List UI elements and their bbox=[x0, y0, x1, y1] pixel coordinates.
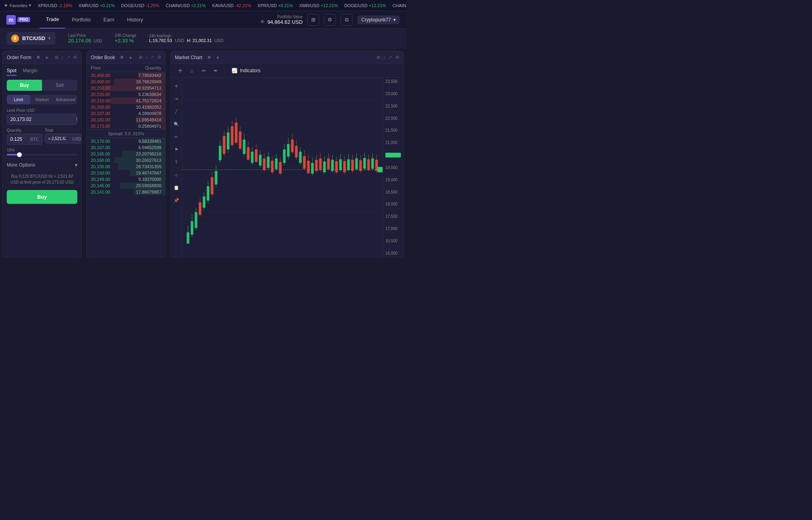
nav-earn[interactable]: Earn bbox=[97, 11, 121, 29]
flag-icon[interactable]: ⚑ bbox=[171, 144, 182, 155]
chevron-down-icon: ▾ bbox=[48, 36, 51, 41]
notes-icon[interactable]: 📋 bbox=[171, 182, 182, 193]
chart-settings-icon[interactable]: ⚙ bbox=[395, 55, 399, 60]
ask-row[interactable]: 20,450.007.78583442 bbox=[87, 72, 165, 79]
move-icon[interactable]: ⇥ bbox=[171, 94, 182, 104]
nav-portfolio[interactable]: Portfolio bbox=[65, 11, 97, 29]
crosshair-icon[interactable]: ✛ bbox=[171, 81, 182, 91]
ticker-item-3[interactable]: CHAIN/USD +2.21% bbox=[166, 3, 206, 8]
ticker-item-7[interactable]: DOGE/USD +12.21% bbox=[344, 3, 386, 8]
buy-tab[interactable]: Buy bbox=[7, 80, 42, 91]
svg-rect-28 bbox=[207, 186, 209, 200]
slider-thumb[interactable] bbox=[17, 152, 22, 157]
slider-row: 18% bbox=[7, 148, 77, 155]
grid-icon-btn[interactable]: ⊞ bbox=[307, 14, 319, 26]
chart-content: ✛ ⇥ ╱ 🔍 ✏ ⚑ T ⊹ 📋 📌 bbox=[171, 78, 403, 257]
nav-bar: m PRO Trade Portfolio Earn History Portf… bbox=[0, 11, 406, 29]
settings-icon-btn[interactable]: ⚙ bbox=[324, 14, 336, 26]
order-book-header: Order Book ✕ + ⊞ ↕ ⤢ ⚙ bbox=[87, 51, 165, 64]
pencil-tool-btn[interactable]: ✒ bbox=[211, 65, 221, 76]
more-options-toggle[interactable]: More Options ▾ bbox=[7, 159, 77, 171]
ask-row[interactable]: 20,200.0010.41982052 bbox=[87, 104, 165, 110]
panel-maximize-icon[interactable]: ⤢ bbox=[67, 55, 70, 60]
low-high-stat: 24h low/high L:19,782.53 USD H: 21,002.3… bbox=[149, 34, 224, 43]
bid-row[interactable]: 20,165.0023.20798216 bbox=[87, 151, 165, 157]
limit-price-input[interactable] bbox=[7, 114, 73, 125]
bid-row[interactable]: 20,160.0030.26027613 bbox=[87, 157, 165, 163]
advanced-tab[interactable]: Advanced bbox=[54, 95, 77, 104]
ob-header: Price Quantity bbox=[87, 64, 165, 72]
cursor-tool-btn[interactable]: ✛ bbox=[175, 65, 185, 76]
pair-selector[interactable]: ₿ BTC/USD ▾ bbox=[6, 32, 56, 45]
user-profile-btn[interactable]: Cryptopunk77 ▾ bbox=[357, 15, 400, 24]
chart-maximize-icon[interactable]: ⤢ bbox=[389, 55, 392, 60]
qty-input[interactable] bbox=[7, 134, 27, 144]
ob-maximize-icon[interactable]: ⤢ bbox=[151, 55, 154, 60]
sell-tab[interactable]: Sell bbox=[42, 80, 77, 91]
spot-tab[interactable]: Spot bbox=[7, 68, 17, 76]
pin-icon[interactable]: 📌 bbox=[171, 195, 182, 205]
indicators-btn[interactable]: 📈 Indicators bbox=[228, 66, 264, 75]
ask-row[interactable]: 20,400.0039.76629949 bbox=[87, 79, 165, 85]
bid-row[interactable]: 20,145.0029.59558830 bbox=[87, 182, 165, 189]
chart-close-btn[interactable]: ✕ bbox=[207, 54, 211, 60]
svg-rect-54 bbox=[259, 155, 262, 165]
svg-rect-82 bbox=[315, 160, 318, 171]
svg-rect-30 bbox=[211, 177, 214, 194]
ticker-item-6[interactable]: XMR/USD +12.21% bbox=[299, 3, 338, 8]
add-panel-btn[interactable]: + bbox=[45, 54, 48, 61]
ask-row[interactable]: 20,187.004.28909978 bbox=[87, 110, 165, 117]
nav-trade[interactable]: Trade bbox=[40, 11, 65, 29]
chart-icon-2: ↕ bbox=[383, 55, 386, 60]
draw-line-icon[interactable]: ╱ bbox=[171, 106, 182, 117]
bid-row[interactable]: 20,150.0019.46747847 bbox=[87, 170, 165, 176]
user-name: Cryptopunk77 bbox=[361, 17, 391, 23]
pen-tool-btn[interactable]: ✏ bbox=[199, 65, 209, 76]
ticker-item-1[interactable]: XMR/USD +0.21% bbox=[79, 3, 115, 8]
ask-row[interactable]: 20,181.0011.69549418 bbox=[87, 117, 165, 123]
order-book-close-btn[interactable]: ✕ bbox=[120, 54, 124, 60]
bid-row[interactable]: 20,167.006.59652599 bbox=[87, 144, 165, 151]
bid-row[interactable]: 20,149.009.18370000 bbox=[87, 176, 165, 182]
chevron-down-icon: ▾ bbox=[393, 17, 396, 23]
ticker-item-4[interactable]: KAVA/USD -42.21% bbox=[212, 3, 251, 8]
add-ob-btn[interactable]: + bbox=[129, 54, 132, 61]
bid-row[interactable]: 20,141.0017.86079887 bbox=[87, 189, 165, 195]
limit-tab[interactable]: Limit bbox=[7, 95, 30, 104]
sliders-icon-btn[interactable]: ⧉ bbox=[341, 14, 352, 26]
ask-row[interactable]: 20,210.0041.75172824 bbox=[87, 98, 165, 104]
market-tab[interactable]: Market bbox=[30, 95, 54, 104]
search-icon[interactable]: 🔍 bbox=[171, 119, 182, 129]
total-input[interactable] bbox=[45, 134, 69, 143]
qty-slider-track[interactable] bbox=[7, 154, 77, 155]
text-icon[interactable]: T bbox=[171, 157, 182, 167]
ticker-item-5[interactable]: XPR/USD +0.21% bbox=[257, 3, 293, 8]
edit-icon[interactable]: ✏ bbox=[171, 132, 182, 142]
ticker-item-2[interactable]: DOGE/USD -1.25% bbox=[121, 3, 159, 8]
margin-tab[interactable]: Margin bbox=[23, 68, 38, 76]
ob-settings-icon[interactable]: ⚙ bbox=[157, 55, 161, 60]
ticker-item-8[interactable]: CHAIN/USD +12.21% bbox=[393, 3, 406, 8]
measure-icon[interactable]: ⊹ bbox=[171, 170, 182, 180]
chevron-down-icon: ▾ bbox=[29, 3, 31, 8]
add-chart-btn[interactable]: + bbox=[216, 54, 219, 61]
panel-settings-icon[interactable]: ⚙ bbox=[73, 55, 77, 60]
favorites-selector[interactable]: ★ Favorites ▾ bbox=[4, 3, 31, 8]
svg-rect-46 bbox=[243, 140, 245, 154]
ask-row[interactable]: 20,250.0049.92954713 bbox=[87, 85, 165, 91]
ask-row[interactable]: 20,173.000.25804971 bbox=[87, 123, 165, 129]
ticker-item-0[interactable]: XPR/USD -2.18% bbox=[38, 3, 72, 8]
svg-rect-90 bbox=[331, 160, 334, 171]
star-icon: ★ bbox=[4, 3, 8, 8]
svg-rect-22 bbox=[195, 212, 197, 228]
svg-rect-92 bbox=[335, 161, 338, 172]
order-form-close-btn[interactable]: ✕ bbox=[36, 54, 40, 60]
bid-row[interactable]: 20,170.009.58339481 bbox=[87, 138, 165, 144]
nav-history[interactable]: History bbox=[121, 11, 149, 29]
buy-submit-btn[interactable]: Buy bbox=[7, 190, 77, 204]
ask-row[interactable]: 20,220.005.23639634 bbox=[87, 91, 165, 98]
svg-rect-106 bbox=[363, 158, 366, 169]
home-btn[interactable]: ⌂ bbox=[187, 65, 197, 76]
bid-row[interactable]: 20,155.0028.73431355 bbox=[87, 163, 165, 170]
eye-icon[interactable]: 👁 bbox=[260, 19, 265, 25]
